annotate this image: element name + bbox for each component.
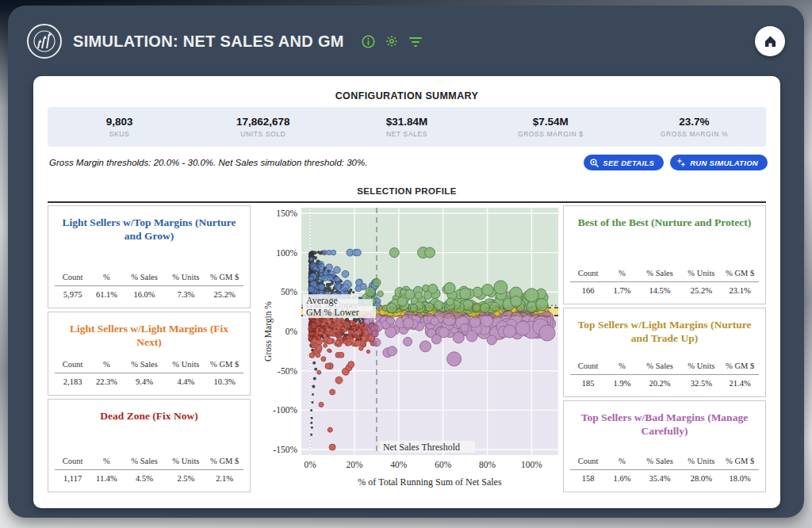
stats-bar: 9,803 SKUs 17,862,678 UNITS SOLD $31.84M… [48, 107, 766, 147]
selection-profile-title: SELECTION PROFILE [33, 186, 780, 196]
y-tick: 150% [276, 209, 297, 218]
left-panel-column: Light Sellers w/Top Margins (Nurture and… [48, 205, 251, 492]
run-simulation-button[interactable]: RUN SIMULATION [670, 155, 768, 170]
y-tick: 100% [276, 248, 297, 258]
panel-table: Count%% Sales% Units% GM $ 2,18322.3%9.4… [48, 356, 250, 395]
stat-net-sales: $31.84M NET SALES [335, 116, 478, 138]
panel-title: Dead Zone (Fix Now) [48, 400, 250, 423]
table-row: 2,18322.3%9.4%4.4%10.3% [55, 373, 243, 390]
filter-icon[interactable] [408, 36, 423, 48]
right-panel-column: Best of the Best (Nurture and Protect) C… [563, 205, 766, 492]
panel-table: Count%% Sales% Units% GM $ 1,11711.4%4.5… [48, 453, 250, 492]
magnifier-icon [590, 159, 599, 167]
panel-title: Top Sellers w/Bad Margins (Manage Carefu… [564, 401, 765, 438]
table-row: 1581.6%35.4%28.0%18.0% [570, 469, 759, 487]
panel-light-sellers-top-margins[interactable]: Light Sellers w/Top Margins (Nurture and… [48, 205, 251, 308]
home-icon [764, 35, 777, 48]
table-header-row: Count%% Sales% Units% GM $ [55, 356, 243, 373]
table-header-row: Count%% Sales% Units% GM $ [570, 265, 759, 281]
gears-icon [676, 158, 686, 167]
x-tick: 40% [390, 460, 408, 469]
stat-units-sold: 17,862,678 UNITS SOLD [191, 116, 335, 138]
stat-gross-margin-pct: 23.7% GROSS MARGIN % [622, 116, 766, 138]
table-header-row: Count%% Sales% Units% GM $ [570, 453, 759, 469]
y-tick: 50% [281, 287, 298, 297]
panel-table: Count%% Sales% Units% GM $ 1581.6%35.4%2… [564, 453, 765, 492]
app-logo [27, 24, 62, 59]
stat-gross-margin-dollars: $7.54M GROSS MARGIN $ [479, 116, 622, 138]
growth-arrows-icon [33, 29, 56, 53]
panel-title: Best of the Best (Nurture and Protect) [564, 206, 765, 230]
y-tick: -100% [273, 405, 297, 415]
panel-title: Light Sellers w/Light Margins (Fix Next) [48, 312, 250, 350]
gear-icon[interactable] [385, 34, 399, 48]
average-label: Average [306, 295, 338, 306]
table-header-row: Count%% Sales% Units% GM $ [55, 269, 243, 285]
table-row: 1851.9%20.2%32.5%21.4% [570, 374, 759, 392]
table-header-row: Count%% Sales% Units% GM $ [570, 358, 759, 374]
panel-table: Count%% Sales% Units% GM $ 1661.7%14.5%2… [564, 265, 765, 304]
panel-best-of-best[interactable]: Best of the Best (Nurture and Protect) C… [563, 205, 766, 304]
panel-top-sellers-light-margins[interactable]: Top Sellers w/Light Margins (Nurture and… [563, 308, 766, 397]
table-header-row: Count%% Sales% Units% GM $ [55, 453, 243, 469]
panel-title: Top Sellers w/Light Margins (Nurture and… [564, 308, 765, 346]
y-tick: -150% [273, 445, 297, 454]
net-sales-threshold-label: Net Sales Threshold [383, 442, 460, 453]
panel-table: Count%% Sales% Units% GM $ 5,97561.1%16.… [48, 269, 250, 308]
top-header: SIMULATION: NET SALES AND GM [27, 20, 785, 63]
thresholds-text: Gross Margin thresholds: 20.0% - 30.0%. … [49, 158, 367, 167]
info-icon[interactable] [362, 35, 375, 48]
page-title: SIMULATION: NET SALES AND GM [73, 33, 344, 51]
x-axis-label: % of Total Running Sum of Net Sales [358, 476, 502, 488]
x-tick: 60% [435, 460, 452, 469]
see-details-button[interactable]: SEE DETAILS [584, 155, 664, 170]
scatter-chart[interactable]: GM % UpperAverageGM % LowerNet Sales Thr… [262, 203, 561, 495]
gm-lower-label: GM % Lower [306, 307, 359, 318]
panel-title: Light Sellers w/Top Margins (Nurture and… [48, 206, 250, 243]
home-button[interactable] [755, 26, 785, 56]
table-row: 5,97561.1%16.0%7.3%25.2% [55, 285, 243, 303]
y-tick: -50% [278, 366, 297, 376]
table-row: 1661.7%14.5%25.2%23.1% [570, 281, 759, 299]
x-tick: 100% [521, 460, 542, 469]
config-summary-title: CONFIGURATION SUMMARY [33, 90, 780, 101]
stat-skus: 9,803 SKUs [48, 116, 191, 138]
table-row: 1,11711.4%4.5%2.5%2.1% [55, 469, 243, 487]
dashboard-card: CONFIGURATION SUMMARY 9,803 SKUs 17,862,… [33, 76, 780, 508]
panel-light-sellers-light-margins[interactable]: Light Sellers w/Light Margins (Fix Next)… [48, 312, 251, 396]
x-tick: 20% [346, 460, 363, 469]
panel-top-sellers-bad-margins[interactable]: Top Sellers w/Bad Margins (Manage Carefu… [563, 400, 766, 492]
app-frame: SIMULATION: NET SALES AND GM [8, 6, 804, 518]
x-tick: 80% [479, 460, 496, 469]
y-axis-label: Gross Margin % [263, 301, 274, 362]
y-tick: 0% [285, 327, 298, 336]
panel-dead-zone[interactable]: Dead Zone (Fix Now) Count%% Sales% Units… [48, 399, 251, 492]
panel-table: Count%% Sales% Units% GM $ 1851.9%20.2%3… [564, 358, 765, 396]
x-tick: 0% [304, 460, 317, 469]
